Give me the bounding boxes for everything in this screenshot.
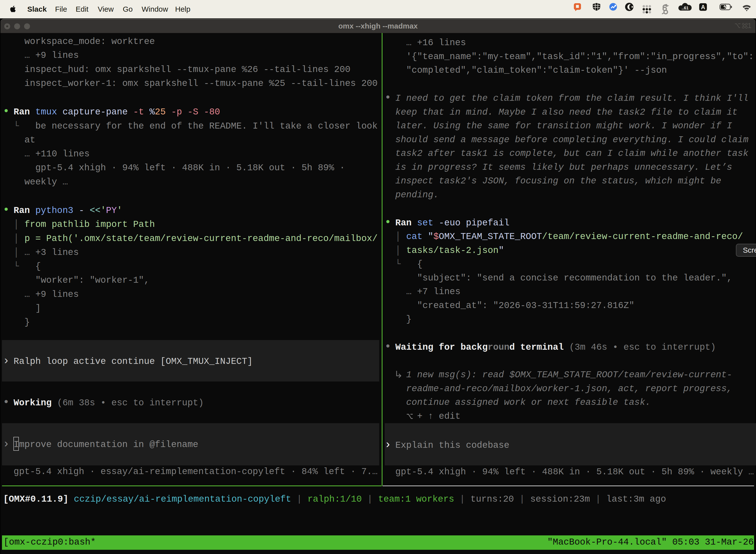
- svg-text:A: A: [701, 4, 705, 10]
- svg-text:..61: ..61: [682, 6, 689, 10]
